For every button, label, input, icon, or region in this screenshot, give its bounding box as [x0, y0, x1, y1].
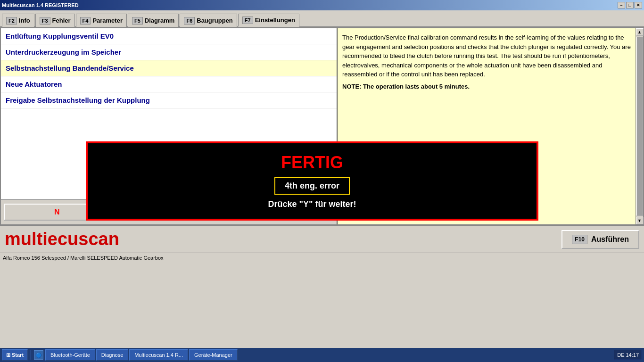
tab-key-f5: F5 [132, 17, 143, 25]
status-bar: Alfa Romeo 156 Selespeed / Marelli SELES… [0, 253, 644, 263]
tab-label-info: Info [19, 17, 30, 24]
tab-label-parameter: Parameter [92, 17, 123, 24]
taskbar-task-multiecuscan-label: Multiecuscan 1.4 R... [134, 352, 183, 358]
bottom-bar: multiecuscan F10 Ausführen [0, 225, 644, 253]
taskbar-task-diagnose[interactable]: Diagnose [96, 349, 128, 361]
execute-key: F10 [572, 235, 587, 244]
taskbar-icon-bluetooth[interactable]: 🔵 [34, 350, 43, 360]
taskbar-task-diagnose-label: Diagnose [101, 352, 123, 358]
main-panel: Entlüftung Kupplungsventil EV0 Unterdruc… [0, 27, 644, 225]
tab-key-f4: F4 [80, 17, 91, 25]
tab-key-f3: F3 [40, 17, 50, 25]
dialog-error-text: 4th eng. error [285, 181, 339, 190]
taskbar: ⊞ Start 🔵 Bluetooth-Geräte Diagnose Mult… [0, 348, 644, 362]
scroll-up-arrow[interactable]: ▲ [636, 28, 644, 36]
sys-tray: DE 14:17 [614, 350, 642, 360]
taskbar-task-multiecuscan[interactable]: Multiecuscan 1.4 R... [129, 349, 188, 361]
tab-info[interactable]: F2 Info [2, 14, 34, 27]
taskbar-task-bluetooth[interactable]: Bluetooth-Geräte [45, 349, 95, 361]
dialog-overlay: FERTIG 4th eng. error Drücke "Y" für wei… [86, 141, 538, 221]
tab-key-f2: F2 [6, 17, 17, 25]
menu-item-0[interactable]: Entlüftung Kupplungsventil EV0 [1, 28, 337, 44]
info-note: NOTE: The operation lasts about 5 minute… [342, 83, 631, 90]
right-scrollbar[interactable]: ▲ ▼ [636, 28, 643, 224]
menu-item-2[interactable]: Selbstnachstellung Bandende/Service [1, 60, 337, 76]
info-text: The Production/Service final calibration… [342, 33, 631, 79]
menu-item-3[interactable]: Neue Aktuatoren [1, 76, 337, 92]
start-label: Start [12, 352, 24, 358]
window-controls: − □ ✕ [618, 2, 642, 8]
tab-einstellungen[interactable]: F7 Einstellungen [238, 14, 299, 27]
windows-logo: ⊞ [6, 352, 10, 358]
brand-name: multiecuscan [5, 229, 119, 249]
dialog-title: FERTIG [97, 153, 527, 173]
taskbar-divider-1 [31, 350, 31, 360]
execute-button[interactable]: F10 Ausführen [561, 230, 639, 249]
close-button[interactable]: ✕ [635, 2, 642, 8]
menu-list: Entlüftung Kupplungsventil EV0 Unterdruc… [1, 28, 337, 108]
tab-fehler[interactable]: F3 Fehler [35, 14, 75, 27]
start-button[interactable]: ⊞ Start [2, 349, 28, 361]
taskbar-task-geraete-label: Geräte-Manager [194, 352, 232, 358]
tab-baugruppen[interactable]: F6 Baugruppen [180, 14, 237, 27]
tab-bar: F2 Info F3 Fehler F4 Parameter F5 Diagra… [0, 10, 644, 27]
left-panel: Entlüftung Kupplungsventil EV0 Unterdruc… [1, 28, 338, 224]
menu-item-1[interactable]: Unterdruckerzeugung im Speicher [1, 44, 337, 60]
scroll-down-arrow[interactable]: ▼ [636, 217, 644, 224]
scrollbar-thumb[interactable] [636, 37, 643, 216]
tab-key-f7: F7 [242, 16, 253, 24]
clock: 14:17 [626, 352, 639, 358]
taskbar-tasks: Bluetooth-Geräte Diagnose Multiecuscan 1… [45, 349, 612, 361]
dialog-error-box: 4th eng. error [274, 177, 350, 195]
tab-parameter[interactable]: F4 Parameter [76, 14, 127, 27]
status-text: Alfa Romeo 156 Selespeed / Marelli SELES… [3, 255, 164, 261]
execute-label: Ausführen [591, 235, 629, 244]
app-title: Multiecuscan 1.4 REGISTERED [2, 2, 79, 8]
dialog-instruction: Drücke "Y" für weiter! [97, 199, 527, 209]
title-bar: Multiecuscan 1.4 REGISTERED − □ ✕ [0, 0, 644, 10]
locale-label: DE [617, 352, 624, 358]
tab-diagramm[interactable]: F5 Diagramm [128, 14, 179, 27]
minimize-button[interactable]: − [618, 2, 625, 8]
tab-label-baugruppen: Baugruppen [197, 17, 233, 24]
tab-label-einstellungen: Einstellungen [255, 16, 295, 24]
menu-item-4[interactable]: Freigabe Selbstnachstellung der Kupplung [1, 92, 337, 108]
taskbar-task-geraete[interactable]: Geräte-Manager [189, 349, 238, 361]
taskbar-task-bluetooth-label: Bluetooth-Geräte [50, 352, 90, 358]
tab-label-diagramm: Diagramm [145, 17, 175, 24]
tab-label-fehler: Fehler [52, 17, 71, 24]
tab-key-f6: F6 [184, 17, 195, 25]
maximize-button[interactable]: □ [626, 2, 634, 8]
